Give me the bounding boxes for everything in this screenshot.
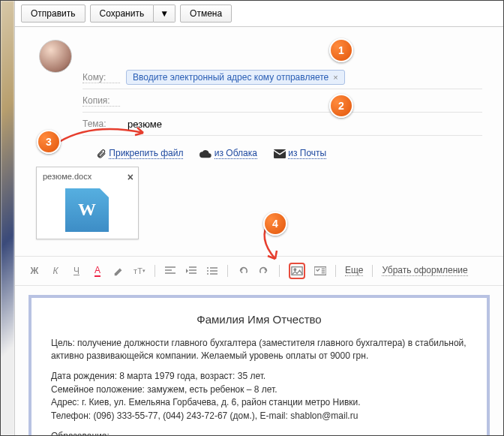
redo-button[interactable] (258, 265, 270, 277)
cancel-button[interactable]: Отмена (180, 5, 232, 23)
action-toolbar: Отправить Сохранить ▼ Отмена (15, 1, 503, 27)
save-dropdown[interactable]: ▼ (154, 5, 176, 23)
svg-point-9 (207, 270, 208, 272)
italic-button[interactable]: К (50, 265, 62, 277)
callout-3: 3 (37, 130, 61, 154)
subject-label: Тема: (82, 119, 120, 129)
attachment-name: резюме.docx (43, 172, 92, 181)
svg-point-11 (207, 273, 208, 275)
separator (372, 265, 373, 277)
resume-goal: Цель: получение должности главного бухга… (51, 337, 467, 363)
avatar (39, 40, 72, 73)
mail-icon (274, 149, 286, 158)
attach-mail-link[interactable]: из Почты (288, 148, 326, 159)
undo-button[interactable] (237, 265, 249, 277)
message-body[interactable]: Фамилия Имя Отчество Цель: получение дол… (28, 295, 490, 436)
separator (227, 265, 228, 277)
resume-details: Дата рождения: 8 марта 1979 года, возрас… (51, 370, 467, 422)
to-chip[interactable]: Вводите электронный адрес кому отправляе… (126, 70, 345, 85)
bg-decoration (1, 1, 14, 435)
cc-row[interactable]: Копия: (82, 89, 482, 113)
subject-row[interactable]: Тема: (82, 113, 482, 136)
word-icon: W (65, 188, 109, 232)
resume-title: Фамилия Имя Отчество (51, 311, 467, 328)
underline-button[interactable]: Ч (70, 265, 82, 277)
card-button[interactable] (314, 265, 326, 277)
highlight-button[interactable] (112, 265, 124, 277)
resume-edu: Образование: 1998 г. – 2003 г. Киевский … (51, 430, 467, 436)
color-button[interactable]: A (92, 265, 104, 277)
svg-point-14 (294, 269, 296, 271)
attach-options: Прикрепить файл из Облака из Почты (96, 148, 482, 159)
cloud-icon (200, 149, 212, 158)
attachment-close-icon[interactable]: × (128, 171, 134, 183)
paperclip-icon (96, 149, 106, 159)
attach-file[interactable]: Прикрепить файл (96, 148, 183, 159)
list-button[interactable] (206, 265, 218, 277)
to-chip-text: Вводите электронный адрес кому отправляе… (133, 72, 328, 83)
to-label: Кому: (82, 72, 120, 83)
indent-button[interactable] (185, 265, 197, 277)
callout-4: 4 (263, 212, 287, 236)
separator (154, 265, 155, 277)
attach-cloud[interactable]: из Облака (200, 148, 256, 158)
header-fields: Кому: Вводите электронный адрес кому отп… (82, 27, 482, 159)
save-button[interactable]: Сохранить (90, 5, 154, 23)
insert-image-button[interactable] (289, 263, 305, 279)
attach-cloud-link[interactable]: из Облака (214, 148, 257, 159)
to-row[interactable]: Кому: Вводите электронный адрес кому отп… (82, 66, 482, 89)
cc-label: Копия: (82, 95, 120, 107)
align-button[interactable] (164, 265, 176, 277)
svg-point-7 (207, 267, 208, 269)
format-toolbar: Ж К Ч A тT▾ Еще Убрать оформление (15, 256, 503, 286)
more-button[interactable]: Еще (345, 265, 363, 276)
bold-button[interactable]: Ж (28, 265, 40, 277)
separator (335, 265, 336, 277)
separator (279, 265, 280, 277)
callout-1: 1 (329, 38, 353, 62)
chip-remove-icon[interactable]: × (333, 73, 338, 82)
subject-input[interactable] (126, 118, 482, 131)
send-button[interactable]: Отправить (21, 5, 86, 23)
callout-2: 2 (329, 94, 353, 118)
attach-mail[interactable]: из Почты (274, 148, 326, 158)
fontsize-button[interactable]: тT▾ (134, 265, 146, 277)
save-split: Сохранить ▼ (90, 5, 176, 23)
clear-format-button[interactable]: Убрать оформление (382, 265, 467, 276)
app-frame: Отправить Сохранить ▼ Отмена Кому: Вводи… (0, 0, 504, 436)
attachment-card[interactable]: резюме.docx × W (36, 167, 139, 239)
attach-file-link[interactable]: Прикрепить файл (109, 148, 183, 159)
compose-window: Отправить Сохранить ▼ Отмена Кому: Вводи… (14, 1, 503, 435)
